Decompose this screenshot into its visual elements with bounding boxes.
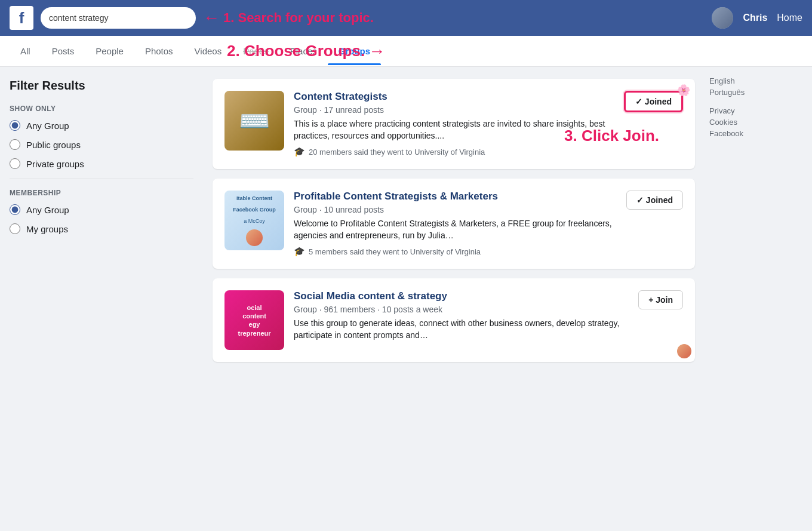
education-icon-1: 🎓 (294, 146, 305, 157)
tab-posts[interactable]: Posts (41, 38, 85, 65)
tab-pages[interactable]: Pages (232, 38, 279, 65)
joined-button-1[interactable]: ✓ Joined (624, 91, 683, 112)
tab-people[interactable]: People (85, 38, 134, 65)
filter-public-groups[interactable]: Public groups (10, 139, 193, 150)
group-info-1: Content Strategists Group · 17 unread po… (294, 91, 614, 157)
group-name-3[interactable]: Social Media content & strategy (294, 290, 629, 302)
main-layout: Filter Results SHOW ONLY Any Group Publi… (0, 67, 812, 531)
nav-tabs: All Posts People Photos Videos Pages Pla… (0, 36, 812, 67)
arrow-annotation-1: ← 1. Search for your topic. (203, 8, 374, 27)
group-card-1: ⌨️ 🌸 Content Strategists Group · 17 unre… (213, 79, 695, 169)
filter-any-group-label: Any Group (26, 121, 69, 131)
group-name-1[interactable]: Content Strategists (294, 91, 614, 103)
arrow-left-icon: ← (203, 8, 220, 27)
filter-public-groups-label: Public groups (26, 140, 81, 150)
profitable-img-line1: itable Content (236, 195, 272, 201)
filter-private-groups-radio[interactable] (10, 158, 20, 169)
group-info-3: Social Media content & strategy Group · … (294, 290, 629, 346)
social-img-text: ocial content egy trepreneur (238, 303, 270, 337)
group-education-text-2: 5 members said they went to University o… (309, 247, 481, 256)
filter-any-group[interactable]: Any Group (10, 120, 193, 131)
privacy-link[interactable]: Privacy (709, 106, 807, 115)
sidebar: Filter Results SHOW ONLY Any Group Publi… (0, 67, 203, 531)
tab-groups[interactable]: Groups (328, 38, 381, 65)
group-meta-2: Group · 10 unread posts (294, 205, 617, 214)
header-right: Chris Home (712, 7, 802, 29)
show-only-label: SHOW ONLY (10, 105, 193, 113)
search-bar-container[interactable] (41, 7, 196, 29)
group-meta-3: Group · 961 members · 10 posts a week (294, 305, 629, 314)
education-icon-2: 🎓 (294, 246, 305, 257)
lang-english[interactable]: English (709, 76, 807, 85)
tab-places[interactable]: Places (279, 38, 328, 65)
facebook-link[interactable]: Facebook (709, 129, 807, 138)
home-link[interactable]: Home (777, 13, 802, 23)
tab-photos[interactable]: Photos (134, 38, 184, 65)
filter-public-groups-radio[interactable] (10, 139, 20, 150)
sidebar-title: Filter Results (10, 79, 193, 93)
membership-any-group-radio[interactable] (10, 204, 20, 215)
lang-portuguese[interactable]: Português (709, 88, 807, 97)
avatar-image (712, 7, 733, 29)
tab-all[interactable]: All (10, 38, 41, 65)
membership-my-groups[interactable]: My groups (10, 223, 193, 234)
group-education-1: 🎓 20 members said they went to Universit… (294, 146, 614, 157)
group-info-2: Profitable Content Strategists & Markete… (294, 191, 617, 257)
group-image-3: ocial content egy trepreneur (224, 290, 284, 350)
group-meta-1: Group · 17 unread posts (294, 105, 614, 115)
username-label[interactable]: Chris (743, 13, 767, 23)
group-card-3: ocial content egy trepreneur Social Medi… (213, 278, 695, 362)
group-desc-1: This is a place where practicing content… (294, 118, 614, 142)
group-desc-3: Use this group to generate ideas, connec… (294, 318, 629, 341)
membership-any-group[interactable]: Any Group (10, 204, 193, 215)
group-desc-2: Welcome to Profitable Content Strategist… (294, 218, 617, 241)
typewriter-icon: ⌨️ (239, 106, 270, 136)
content-area: ⌨️ 🌸 Content Strategists Group · 17 unre… (203, 67, 705, 531)
join-button-3[interactable]: + Join (638, 290, 683, 309)
annotation-1: ← 1. Search for your topic. (203, 8, 705, 27)
header: f ← 1. Search for your topic. Chris Home (0, 0, 812, 36)
filter-private-groups-label: Private groups (26, 159, 84, 169)
joined-button-2[interactable]: ✓ Joined (626, 191, 683, 210)
search-input[interactable] (49, 13, 187, 23)
profitable-img-avatar (246, 229, 263, 246)
tab-videos[interactable]: Videos (184, 38, 233, 65)
group-name-2[interactable]: Profitable Content Strategists & Markete… (294, 191, 617, 202)
group-education-text-1: 20 members said they went to University … (309, 148, 485, 156)
membership-any-group-label: Any Group (26, 205, 69, 215)
group-education-2: 🎓 5 members said they went to University… (294, 246, 617, 257)
right-sidebar: English Português Privacy Cookies Facebo… (705, 67, 812, 531)
membership-my-groups-label: My groups (26, 224, 68, 234)
membership-my-groups-radio[interactable] (10, 223, 20, 234)
profitable-img-line3: a McCoy (244, 218, 265, 224)
group-card-2: itable Content Facebook Group a McCoy Pr… (213, 179, 695, 269)
filter-divider (10, 179, 193, 179)
right-sidebar-spacer (709, 99, 807, 106)
group-image-1: ⌨️ 🌸 (224, 91, 284, 151)
annotation-1-text: 1. Search for your topic. (223, 10, 374, 26)
profitable-img-line2: Facebook Group (233, 207, 276, 213)
filter-any-group-radio[interactable] (10, 120, 20, 131)
filter-private-groups[interactable]: Private groups (10, 158, 193, 169)
avatar[interactable] (712, 7, 733, 29)
cookies-link[interactable]: Cookies (709, 118, 807, 127)
group-image-2: itable Content Facebook Group a McCoy (224, 191, 284, 250)
facebook-logo[interactable]: f (10, 6, 33, 30)
membership-label: MEMBERSHIP (10, 189, 193, 197)
